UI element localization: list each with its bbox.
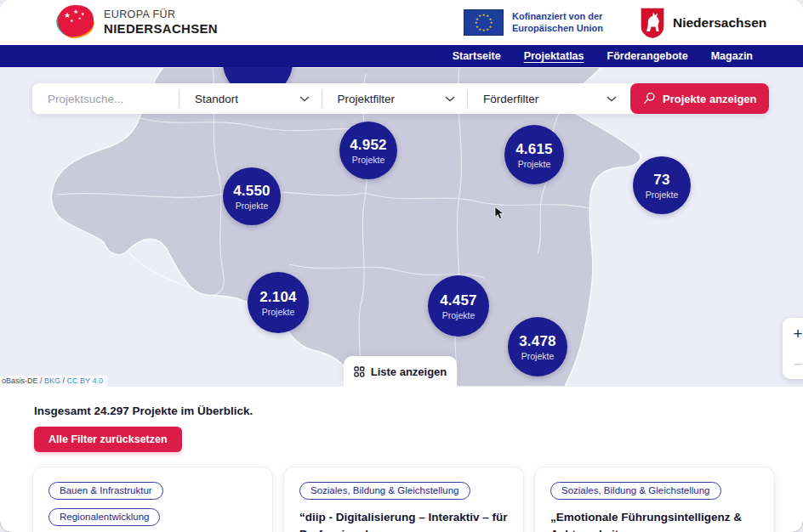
attribution-link-license[interactable]: CC BY 4.0	[67, 376, 103, 385]
show-projects-label: Projekte anzeigen	[663, 93, 757, 105]
show-list-button[interactable]: Liste anzeigen	[344, 356, 457, 387]
category-tag: Bauen & Infrastruktur	[48, 482, 163, 500]
map-marker[interactable]: 73 Projekte	[633, 156, 691, 214]
niedersachsen-map-shape	[0, 67, 803, 387]
reset-filters-button[interactable]: Alle Filter zurücksetzen	[34, 427, 182, 452]
map-marker[interactable]: 3.478 Projekte	[508, 317, 567, 376]
site-logo-text: EUROPA FÜR NIEDERSACHSEN	[104, 8, 218, 36]
grid-icon	[354, 366, 365, 377]
svg-text:★: ★	[475, 20, 478, 25]
category-tag: Soziales, Bildung & Gleichstellung	[550, 482, 721, 500]
svg-text:★: ★	[489, 25, 493, 29]
svg-text:★: ★	[482, 13, 486, 17]
state-name: Niedersachsen	[673, 15, 766, 31]
logo-line2: NIEDERSACHSEN	[104, 21, 218, 36]
europa-niedersachsen-logo-icon: ★ ★ ★ ★ ★	[56, 4, 95, 40]
project-card[interactable]: Soziales, Bildung & Gleichstellung “diip…	[283, 467, 524, 532]
marker-value: 4.550	[233, 183, 271, 200]
map-attribution: oBasis-DE / BKG / CC BY 4.0	[0, 376, 107, 387]
chevron-down-icon	[445, 96, 455, 102]
project-filter-bar: Standort Projektfilter Förderfilter	[32, 83, 769, 114]
browser-page: ★ ★ ★ ★ ★ EUROPA FÜR NIEDERSACHSEN ★★★	[0, 0, 803, 532]
site-logo[interactable]: ★ ★ ★ ★ ★ EUROPA FÜR NIEDERSACHSEN	[56, 4, 218, 40]
marker-unit: Projekte	[442, 310, 476, 320]
svg-text:★: ★	[476, 25, 479, 29]
niedersachsen-coat-of-arms-icon	[641, 8, 664, 38]
marker-unit: Projekte	[646, 190, 679, 200]
map-marker[interactable]: 4.615 Projekte	[504, 125, 564, 184]
svg-text:★: ★	[486, 27, 489, 31]
svg-text:★: ★	[482, 28, 486, 32]
niedersachsen-badge: Niedersachsen	[641, 8, 766, 38]
show-projects-button[interactable]: Projekte anzeigen	[630, 83, 769, 114]
attribution-separator: /	[60, 376, 67, 385]
eu-text-line2: Europäischen Union	[512, 23, 603, 35]
results-section: Insgesamt 24.297 Projekte im Überblick. …	[0, 387, 803, 532]
marker-value: 4.952	[350, 137, 387, 154]
chevron-down-icon	[607, 96, 617, 102]
eu-text-line1: Kofinanziert von der	[512, 11, 603, 23]
project-card[interactable]: Bauen & Infrastruktur Regionalentwicklun…	[32, 467, 273, 532]
site-header: ★ ★ ★ ★ ★ EUROPA FÜR NIEDERSACHSEN ★★★	[0, 0, 803, 45]
svg-text:★: ★	[478, 27, 481, 31]
marker-unit: Projekte	[352, 155, 385, 165]
marker-value: 4.457	[440, 292, 477, 309]
attribution-link-bkg[interactable]: BKG	[44, 376, 60, 385]
marker-value: 73	[653, 172, 669, 189]
standort-label: Standort	[195, 93, 238, 105]
marker-unit: Projekte	[521, 351, 555, 361]
project-search-input[interactable]	[32, 83, 179, 114]
marker-unit: Projekte	[236, 201, 269, 211]
foerderfilter-dropdown[interactable]: Förderfilter	[468, 83, 628, 114]
project-cards-row: Bauen & Infrastruktur Regionalentwicklun…	[32, 467, 803, 532]
marker-unit: Projekte	[518, 159, 551, 169]
category-tag: Soziales, Bildung & Gleichstellung	[299, 482, 470, 500]
search-icon	[642, 92, 656, 105]
projektfilter-label: Projektfilter	[338, 93, 396, 105]
zoom-out-button[interactable]: −	[783, 348, 803, 379]
eu-flag-icon: ★★★ ★★★ ★★★ ★★★	[464, 9, 504, 36]
standort-dropdown[interactable]: Standort	[179, 83, 322, 114]
show-list-label: Liste anzeigen	[371, 365, 447, 378]
marker-unit: Projekte	[262, 307, 295, 317]
results-summary: Insgesamt 24.297 Projekte im Überblick.	[34, 405, 803, 417]
map-marker[interactable]: 4.550 Projekte	[223, 167, 281, 225]
map-marker[interactable]: 4.952 Projekte	[339, 122, 397, 179]
project-map[interactable]: 4.952 Projekte 4.615 Projekte 73 Projekt…	[0, 67, 803, 387]
attribution-prefix: oBasis-DE /	[2, 376, 44, 385]
svg-text:★: ★	[478, 14, 481, 18]
project-card-title: „Emotionale Führungsintelligenz & Achtsa…	[550, 509, 759, 532]
nav-item-foerderangebote[interactable]: Förderangebote	[607, 50, 688, 62]
eu-cofunding-badge: ★★★ ★★★ ★★★ ★★★ Kofinanziert von der Eur…	[464, 9, 603, 36]
eu-cofunding-text: Kofinanziert von der Europäischen Union	[512, 11, 603, 35]
zoom-in-button[interactable]: +	[783, 318, 803, 348]
nav-item-magazin[interactable]: Magazin	[711, 50, 753, 62]
marker-value: 2.104	[259, 289, 297, 306]
marker-value: 4.615	[515, 141, 553, 158]
marker-value: 3.478	[519, 333, 556, 350]
main-nav: Startseite Projektatlas Förderangebote M…	[0, 45, 803, 67]
foerderfilter-label: Förderfilter	[483, 93, 538, 105]
project-card-title: “diip - Digitalisierung – Interaktiv – f…	[299, 509, 508, 532]
chevron-down-icon	[299, 96, 310, 102]
projektfilter-dropdown[interactable]: Projektfilter	[322, 83, 468, 114]
nav-item-projektatlas[interactable]: Projektatlas	[524, 50, 584, 62]
category-tag: Regionalentwicklung	[48, 508, 160, 526]
project-card[interactable]: Soziales, Bildung & Gleichstellung „Emot…	[534, 467, 775, 532]
map-zoom-control: + −	[783, 318, 803, 379]
logo-line1: EUROPA FÜR	[104, 8, 218, 20]
map-marker[interactable]: 2.104 Projekte	[248, 272, 309, 333]
nav-item-startseite[interactable]: Startseite	[453, 50, 501, 62]
map-marker[interactable]: 4.457 Projekte	[428, 275, 489, 337]
